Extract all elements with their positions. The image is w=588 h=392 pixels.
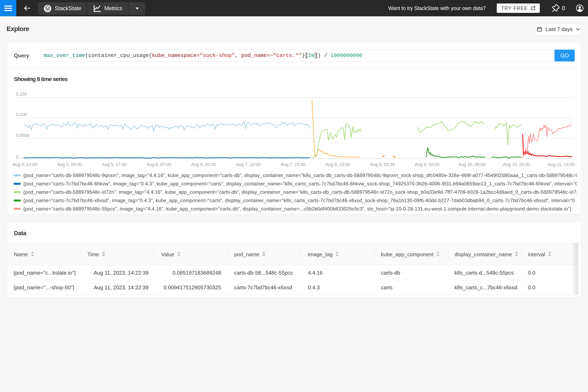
svg-text:0: 0 [16, 154, 18, 160]
svg-text:Aug 8, 13:00: Aug 8, 13:00 [325, 162, 350, 167]
svg-text:Aug 9, 02:30: Aug 9, 02:30 [370, 162, 395, 167]
svg-text:Aug 11, 14:00: Aug 11, 14:00 [548, 162, 575, 167]
svg-text:0.0500: 0.0500 [16, 133, 30, 138]
svg-text:Aug 7, 23:30: Aug 7, 23:30 [280, 162, 305, 167]
svg-text:Aug 10, 06:00: Aug 10, 06:00 [458, 162, 485, 167]
svg-text:Aug 5, 04:00: Aug 5, 04:00 [57, 162, 82, 167]
svg-text:Aug 5, 17:30: Aug 5, 17:30 [102, 162, 126, 167]
svg-text:Aug 6, 07:00: Aug 6, 07:00 [146, 162, 171, 167]
svg-text:Aug 10, 20:00: Aug 10, 20:00 [503, 162, 530, 167]
svg-text:0.150: 0.150 [16, 92, 27, 96]
svg-text:Aug 4, 14:00: Aug 4, 14:00 [12, 162, 37, 167]
svg-text:0.100: 0.100 [16, 112, 27, 117]
svg-text:Aug 7, 10:00: Aug 7, 10:00 [236, 162, 260, 167]
svg-text:Aug 6, 20:30: Aug 6, 20:30 [191, 162, 216, 167]
svg-text:Aug 9, 16:00: Aug 9, 16:00 [415, 162, 439, 167]
